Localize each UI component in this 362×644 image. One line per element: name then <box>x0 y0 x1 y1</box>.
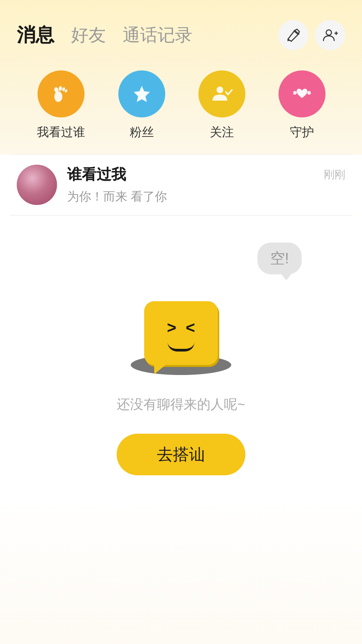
following-label: 关注 <box>210 124 234 141</box>
guard-label: 守护 <box>290 124 314 141</box>
person-add-icon <box>322 27 338 43</box>
empty-state-section: 空! > < 还没有聊得来的人呢~ 去搭讪 <box>0 216 362 495</box>
who-i-viewed-label: 我看过谁 <box>37 124 85 141</box>
speech-bubble: 空! <box>257 243 302 274</box>
brush-button[interactable] <box>278 20 308 50</box>
quick-item-guard[interactable]: 守护 <box>279 70 325 141</box>
quick-item-following[interactable]: 关注 <box>198 70 245 141</box>
msg-title: 谁看过我 <box>67 165 314 184</box>
tab-messages[interactable]: 消息 <box>17 22 54 48</box>
mascot-container: > < <box>124 281 238 375</box>
svg-marker-9 <box>134 86 150 102</box>
svg-point-4 <box>54 91 62 102</box>
svg-point-1 <box>326 30 331 35</box>
fans-circle <box>118 70 165 117</box>
star-icon <box>130 82 154 106</box>
mascot-chat-shape: > < <box>144 301 218 365</box>
heart-wings-icon <box>290 82 314 106</box>
cta-button[interactable]: 去搭讪 <box>117 434 245 475</box>
header: 消息 好友 通话记录 <box>0 0 362 60</box>
svg-point-10 <box>217 87 223 93</box>
speech-bubble-wrap: 空! <box>257 243 302 274</box>
avatar <box>17 165 57 205</box>
avatar-image <box>17 165 57 205</box>
brush-icon <box>285 27 301 43</box>
speech-bubble-text: 空! <box>270 250 289 266</box>
msg-time: 刚刚 <box>324 165 345 182</box>
quick-item-who-i-viewed[interactable]: 我看过谁 <box>37 70 85 141</box>
eye-right: < <box>186 320 195 336</box>
tab-call-log[interactable]: 通话记录 <box>123 23 192 47</box>
eye-left: > <box>167 320 176 336</box>
bottom-fill <box>0 495 362 644</box>
guard-circle <box>279 70 325 117</box>
quick-access-row: 我看过谁 粉丝 关注 <box>0 60 362 154</box>
quick-item-fans[interactable]: 粉丝 <box>118 70 165 141</box>
mascot-eyes: > < <box>167 320 195 336</box>
header-icons <box>278 20 345 50</box>
message-item-who-viewed-me[interactable]: 谁看过我 为你！而来 看了你 刚刚 <box>0 155 362 215</box>
who-i-viewed-circle <box>38 70 84 117</box>
header-tabs: 消息 好友 通话记录 <box>17 22 278 48</box>
msg-preview: 为你！而来 看了你 <box>67 189 314 205</box>
mascot-mouth <box>168 342 194 352</box>
empty-description: 还没有聊得来的人呢~ <box>117 395 245 414</box>
footprint-icon <box>49 82 73 106</box>
mascot-body: > < <box>144 301 218 368</box>
fans-label: 粉丝 <box>130 124 154 141</box>
following-circle <box>198 70 245 117</box>
person-check-icon <box>210 82 234 106</box>
add-user-button[interactable] <box>315 20 345 50</box>
tab-friends[interactable]: 好友 <box>71 23 106 47</box>
msg-content: 谁看过我 为你！而来 看了你 <box>67 165 314 205</box>
svg-point-6 <box>58 86 62 91</box>
